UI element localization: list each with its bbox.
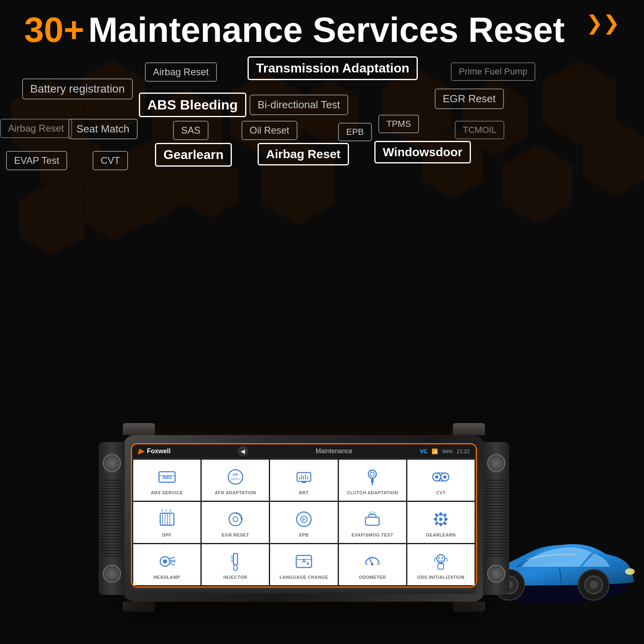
title-number: 30+ [24, 12, 84, 47]
label-transmission-adaptation: Transmission Adaptation [248, 56, 418, 80]
label-abs-bleeding: ABS Bleeding [139, 93, 246, 117]
odometer-icon [362, 551, 382, 572]
app-clutch-adaptation[interactable]: CLUTCH ADAPTATION [339, 460, 406, 501]
app-dpf[interactable]: DPF [133, 502, 200, 543]
gearlearn-label: GEARLEARN [426, 533, 456, 537]
app-ods-initialization[interactable]: ODS INITIALIZATION [407, 544, 475, 585]
app-language-change[interactable]: A A LANGUAGE CHANGE [270, 544, 337, 585]
app-headlamp[interactable]: HEADLAMP [133, 544, 200, 585]
device-body: ▶ Foxwell ◀ Maintenance VC 📶 94% 21:22 [123, 435, 485, 602]
abs-service-label: ABS SERVICE [151, 490, 183, 495]
status-bar: VC 📶 94% 21:22 [420, 448, 470, 454]
label-battery-registration: Battery registration [22, 78, 133, 99]
clock: 21:22 [456, 448, 470, 454]
dpf-icon [157, 509, 177, 529]
right-grip [483, 442, 509, 595]
svg-point-50 [163, 559, 167, 564]
label-airbag-reset-bottom: Airbag Reset [258, 143, 349, 165]
svg-point-63 [371, 563, 374, 566]
foxwell-logo: ▶ Foxwell [138, 447, 171, 456]
label-oil-reset: Oil Reset [242, 121, 297, 140]
svg-rect-70 [438, 564, 444, 569]
headlamp-icon [157, 551, 177, 572]
device-top-bar: ▶ Foxwell ◀ Maintenance VC 📶 94% 21:22 [132, 444, 476, 458]
svg-line-37 [369, 512, 370, 513]
app-injector[interactable]: INJECTOR [202, 544, 269, 585]
app-odometer[interactable]: ODOMETER [339, 544, 406, 585]
svg-text:A: A [306, 561, 309, 566]
gearlearn-icon [431, 509, 451, 529]
svg-rect-55 [233, 553, 237, 565]
afr-adaptation-label: AFR ADAPTATION [215, 490, 256, 495]
odometer-label: ODOMETER [359, 575, 386, 580]
injector-icon [225, 551, 246, 572]
dpf-label: DPF [162, 533, 172, 537]
floating-labels: Battery registration Airbag Reset Transm… [0, 52, 644, 431]
app-evap-smog[interactable]: EVAP/SMOG TEST [339, 502, 406, 543]
label-airbag-reset-top: Airbag Reset [145, 62, 217, 82]
cvt-label: CVT [436, 490, 446, 495]
language-change-label: LANGUAGE CHANGE [279, 575, 328, 580]
screen-title: Maintenance [316, 448, 353, 455]
svg-point-80 [625, 568, 635, 575]
app-egr-reset[interactable]: EGR RESET [202, 502, 269, 543]
ods-init-label: ODS INITIALIZATION [417, 575, 465, 580]
label-prime-fuel-pump: Prime Fuel Pump [451, 62, 535, 81]
svg-rect-24 [160, 513, 174, 525]
svg-point-67 [437, 555, 445, 563]
afr-adaptation-icon: A/F RATIO [225, 467, 246, 487]
label-cvt: CVT [93, 151, 128, 170]
foxwell-brand-text: Foxwell [147, 448, 171, 455]
egr-reset-label: EGR RESET [222, 533, 249, 537]
svg-text:A: A [302, 557, 306, 564]
svg-point-15 [370, 472, 374, 476]
foxwell-logo-icon: ▶ [138, 447, 144, 456]
svg-rect-13 [302, 481, 306, 483]
svg-line-51 [170, 557, 175, 559]
label-airbag-reset-left: Airbag Reset [0, 119, 72, 138]
svg-point-4 [228, 470, 243, 484]
label-epb: EPB [338, 123, 372, 141]
evap-smog-icon [362, 509, 382, 529]
language-change-icon: A A [294, 551, 314, 572]
app-cvt[interactable]: CVT [407, 460, 475, 501]
app-afr-adaptation[interactable]: A/F RATIO AFR ADAPTATION [202, 460, 269, 501]
label-sas: SAS [173, 121, 208, 140]
headlamp-label: HEADLAMP [153, 575, 180, 580]
injector-label: INJECTOR [223, 575, 247, 580]
app-brt[interactable]: BRT [270, 460, 337, 501]
epb-label: EPB [299, 533, 309, 537]
svg-rect-42 [440, 523, 442, 526]
svg-rect-35 [365, 517, 379, 525]
svg-text:A/F: A/F [233, 473, 239, 477]
svg-text:P: P [302, 517, 305, 522]
battery-percent: 94% [442, 448, 452, 454]
header: 30+ Maintenance Services Reset ❯❯ [24, 12, 620, 47]
abs-service-icon: ABS [157, 467, 177, 487]
app-abs-service[interactable]: ABS ABS SERVICE [133, 460, 200, 501]
svg-point-31 [233, 517, 238, 522]
app-epb[interactable]: P EPB [270, 502, 337, 543]
label-tpms: TPMS [378, 115, 419, 133]
svg-point-79 [590, 581, 598, 589]
back-button[interactable]: ◀ [238, 446, 248, 456]
app-gearlearn[interactable]: GEARLEARN [407, 502, 475, 543]
svg-point-23 [443, 475, 446, 479]
cvt-icon [431, 467, 451, 487]
clutch-adaptation-label: CLUTCH ADAPTATION [347, 490, 398, 495]
chevron-down-icon: ❯❯ [586, 16, 620, 30]
label-evap-test: EVAP Test [6, 151, 67, 170]
svg-point-68 [438, 557, 440, 559]
svg-point-22 [435, 475, 438, 479]
svg-rect-43 [434, 518, 437, 520]
wifi-icon: 📶 [431, 448, 438, 454]
svg-point-14 [368, 470, 376, 478]
egr-reset-icon [225, 509, 246, 529]
clutch-adaptation-icon [362, 467, 382, 487]
epb-icon: P [294, 509, 314, 529]
svg-line-38 [374, 512, 375, 513]
svg-line-66 [377, 564, 378, 565]
app-grid: ABS ABS SERVICE A/F RATIO [132, 458, 476, 586]
evap-smog-label: EVAP/SMOG TEST [351, 533, 393, 537]
brt-icon [294, 467, 314, 487]
